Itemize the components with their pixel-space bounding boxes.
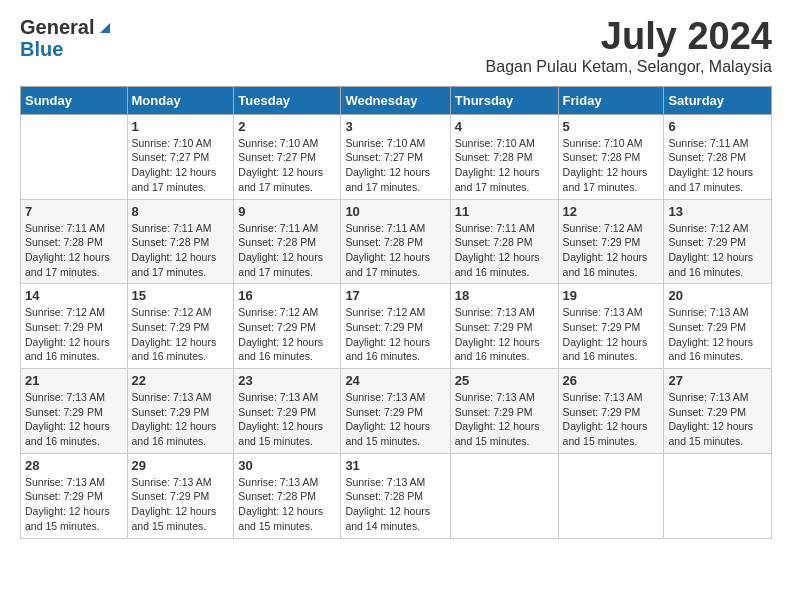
calendar-cell: 20Sunrise: 7:13 AMSunset: 7:29 PMDayligh… bbox=[664, 284, 772, 369]
day-number: 26 bbox=[563, 373, 660, 388]
day-number: 8 bbox=[132, 204, 230, 219]
calendar-cell: 21Sunrise: 7:13 AMSunset: 7:29 PMDayligh… bbox=[21, 369, 128, 454]
logo-blue-text: Blue bbox=[20, 38, 63, 60]
header-saturday: Saturday bbox=[664, 86, 772, 114]
day-number: 21 bbox=[25, 373, 123, 388]
calendar-header-row: SundayMondayTuesdayWednesdayThursdayFrid… bbox=[21, 86, 772, 114]
day-number: 27 bbox=[668, 373, 767, 388]
calendar-cell: 6Sunrise: 7:11 AMSunset: 7:28 PMDaylight… bbox=[664, 114, 772, 199]
day-detail: Sunrise: 7:13 AMSunset: 7:29 PMDaylight:… bbox=[25, 475, 123, 534]
day-number: 7 bbox=[25, 204, 123, 219]
day-number: 10 bbox=[345, 204, 445, 219]
calendar-week-row: 7Sunrise: 7:11 AMSunset: 7:28 PMDaylight… bbox=[21, 199, 772, 284]
calendar-cell bbox=[450, 453, 558, 538]
day-number: 14 bbox=[25, 288, 123, 303]
day-detail: Sunrise: 7:11 AMSunset: 7:28 PMDaylight:… bbox=[345, 221, 445, 280]
day-number: 30 bbox=[238, 458, 336, 473]
day-detail: Sunrise: 7:10 AMSunset: 7:28 PMDaylight:… bbox=[455, 136, 554, 195]
header-friday: Friday bbox=[558, 86, 664, 114]
day-number: 22 bbox=[132, 373, 230, 388]
day-detail: Sunrise: 7:13 AMSunset: 7:29 PMDaylight:… bbox=[668, 305, 767, 364]
day-detail: Sunrise: 7:13 AMSunset: 7:29 PMDaylight:… bbox=[238, 390, 336, 449]
calendar-cell: 10Sunrise: 7:11 AMSunset: 7:28 PMDayligh… bbox=[341, 199, 450, 284]
day-detail: Sunrise: 7:11 AMSunset: 7:28 PMDaylight:… bbox=[455, 221, 554, 280]
day-detail: Sunrise: 7:10 AMSunset: 7:27 PMDaylight:… bbox=[132, 136, 230, 195]
day-detail: Sunrise: 7:11 AMSunset: 7:28 PMDaylight:… bbox=[238, 221, 336, 280]
calendar-cell: 24Sunrise: 7:13 AMSunset: 7:29 PMDayligh… bbox=[341, 369, 450, 454]
logo: General Blue bbox=[20, 16, 114, 60]
day-detail: Sunrise: 7:10 AMSunset: 7:27 PMDaylight:… bbox=[238, 136, 336, 195]
calendar-cell bbox=[664, 453, 772, 538]
day-number: 3 bbox=[345, 119, 445, 134]
day-detail: Sunrise: 7:10 AMSunset: 7:27 PMDaylight:… bbox=[345, 136, 445, 195]
header-wednesday: Wednesday bbox=[341, 86, 450, 114]
day-detail: Sunrise: 7:12 AMSunset: 7:29 PMDaylight:… bbox=[238, 305, 336, 364]
header-thursday: Thursday bbox=[450, 86, 558, 114]
day-number: 13 bbox=[668, 204, 767, 219]
day-detail: Sunrise: 7:12 AMSunset: 7:29 PMDaylight:… bbox=[563, 221, 660, 280]
day-detail: Sunrise: 7:13 AMSunset: 7:28 PMDaylight:… bbox=[238, 475, 336, 534]
day-number: 17 bbox=[345, 288, 445, 303]
page-header: General Blue July 2024 Bagan Pulau Ketam… bbox=[20, 16, 772, 76]
calendar-week-row: 21Sunrise: 7:13 AMSunset: 7:29 PMDayligh… bbox=[21, 369, 772, 454]
calendar-cell: 28Sunrise: 7:13 AMSunset: 7:29 PMDayligh… bbox=[21, 453, 128, 538]
day-detail: Sunrise: 7:13 AMSunset: 7:29 PMDaylight:… bbox=[345, 390, 445, 449]
day-detail: Sunrise: 7:13 AMSunset: 7:29 PMDaylight:… bbox=[455, 390, 554, 449]
logo-icon bbox=[96, 17, 114, 35]
calendar-cell: 13Sunrise: 7:12 AMSunset: 7:29 PMDayligh… bbox=[664, 199, 772, 284]
day-number: 29 bbox=[132, 458, 230, 473]
day-number: 20 bbox=[668, 288, 767, 303]
calendar-cell: 29Sunrise: 7:13 AMSunset: 7:29 PMDayligh… bbox=[127, 453, 234, 538]
day-detail: Sunrise: 7:11 AMSunset: 7:28 PMDaylight:… bbox=[25, 221, 123, 280]
calendar-table: SundayMondayTuesdayWednesdayThursdayFrid… bbox=[20, 86, 772, 539]
day-detail: Sunrise: 7:11 AMSunset: 7:28 PMDaylight:… bbox=[668, 136, 767, 195]
day-number: 4 bbox=[455, 119, 554, 134]
day-number: 15 bbox=[132, 288, 230, 303]
calendar-cell: 9Sunrise: 7:11 AMSunset: 7:28 PMDaylight… bbox=[234, 199, 341, 284]
day-number: 25 bbox=[455, 373, 554, 388]
calendar-cell: 3Sunrise: 7:10 AMSunset: 7:27 PMDaylight… bbox=[341, 114, 450, 199]
calendar-cell: 2Sunrise: 7:10 AMSunset: 7:27 PMDaylight… bbox=[234, 114, 341, 199]
calendar-cell: 18Sunrise: 7:13 AMSunset: 7:29 PMDayligh… bbox=[450, 284, 558, 369]
day-detail: Sunrise: 7:13 AMSunset: 7:29 PMDaylight:… bbox=[25, 390, 123, 449]
calendar-cell: 26Sunrise: 7:13 AMSunset: 7:29 PMDayligh… bbox=[558, 369, 664, 454]
day-detail: Sunrise: 7:10 AMSunset: 7:28 PMDaylight:… bbox=[563, 136, 660, 195]
day-number: 18 bbox=[455, 288, 554, 303]
day-detail: Sunrise: 7:13 AMSunset: 7:29 PMDaylight:… bbox=[668, 390, 767, 449]
header-sunday: Sunday bbox=[21, 86, 128, 114]
day-detail: Sunrise: 7:13 AMSunset: 7:29 PMDaylight:… bbox=[455, 305, 554, 364]
calendar-cell: 15Sunrise: 7:12 AMSunset: 7:29 PMDayligh… bbox=[127, 284, 234, 369]
calendar-week-row: 28Sunrise: 7:13 AMSunset: 7:29 PMDayligh… bbox=[21, 453, 772, 538]
day-number: 5 bbox=[563, 119, 660, 134]
day-number: 16 bbox=[238, 288, 336, 303]
calendar-cell: 31Sunrise: 7:13 AMSunset: 7:28 PMDayligh… bbox=[341, 453, 450, 538]
day-detail: Sunrise: 7:13 AMSunset: 7:29 PMDaylight:… bbox=[132, 475, 230, 534]
title-area: July 2024 Bagan Pulau Ketam, Selangor, M… bbox=[486, 16, 772, 76]
day-number: 31 bbox=[345, 458, 445, 473]
calendar-cell: 16Sunrise: 7:12 AMSunset: 7:29 PMDayligh… bbox=[234, 284, 341, 369]
day-detail: Sunrise: 7:11 AMSunset: 7:28 PMDaylight:… bbox=[132, 221, 230, 280]
calendar-week-row: 1Sunrise: 7:10 AMSunset: 7:27 PMDaylight… bbox=[21, 114, 772, 199]
calendar-cell: 1Sunrise: 7:10 AMSunset: 7:27 PMDaylight… bbox=[127, 114, 234, 199]
calendar-cell bbox=[21, 114, 128, 199]
month-year-title: July 2024 bbox=[486, 16, 772, 58]
day-number: 23 bbox=[238, 373, 336, 388]
day-detail: Sunrise: 7:12 AMSunset: 7:29 PMDaylight:… bbox=[132, 305, 230, 364]
calendar-week-row: 14Sunrise: 7:12 AMSunset: 7:29 PMDayligh… bbox=[21, 284, 772, 369]
logo-general-text: General bbox=[20, 16, 94, 38]
calendar-cell: 19Sunrise: 7:13 AMSunset: 7:29 PMDayligh… bbox=[558, 284, 664, 369]
header-monday: Monday bbox=[127, 86, 234, 114]
calendar-cell: 5Sunrise: 7:10 AMSunset: 7:28 PMDaylight… bbox=[558, 114, 664, 199]
day-detail: Sunrise: 7:12 AMSunset: 7:29 PMDaylight:… bbox=[25, 305, 123, 364]
calendar-cell: 17Sunrise: 7:12 AMSunset: 7:29 PMDayligh… bbox=[341, 284, 450, 369]
day-detail: Sunrise: 7:12 AMSunset: 7:29 PMDaylight:… bbox=[345, 305, 445, 364]
calendar-cell: 7Sunrise: 7:11 AMSunset: 7:28 PMDaylight… bbox=[21, 199, 128, 284]
day-detail: Sunrise: 7:13 AMSunset: 7:29 PMDaylight:… bbox=[563, 305, 660, 364]
day-number: 19 bbox=[563, 288, 660, 303]
day-number: 9 bbox=[238, 204, 336, 219]
day-detail: Sunrise: 7:13 AMSunset: 7:29 PMDaylight:… bbox=[132, 390, 230, 449]
calendar-cell: 8Sunrise: 7:11 AMSunset: 7:28 PMDaylight… bbox=[127, 199, 234, 284]
calendar-cell: 12Sunrise: 7:12 AMSunset: 7:29 PMDayligh… bbox=[558, 199, 664, 284]
header-tuesday: Tuesday bbox=[234, 86, 341, 114]
day-number: 2 bbox=[238, 119, 336, 134]
